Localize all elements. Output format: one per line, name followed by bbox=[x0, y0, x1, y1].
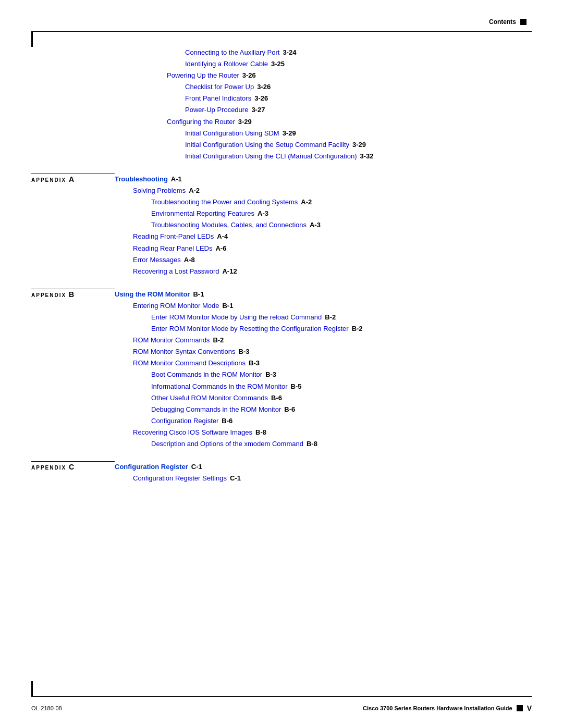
toc-entry: Configuration Register Settings C-1 bbox=[115, 473, 532, 484]
toc-link[interactable]: Recovering a Lost Password bbox=[133, 266, 219, 277]
toc-link[interactable]: Connecting to the Auxiliary Port bbox=[185, 47, 279, 58]
toc-entry: Checklist for Power Up 3-26 bbox=[31, 81, 532, 93]
toc-entry: ROM Monitor Commands B-2 bbox=[115, 335, 532, 346]
toc-link[interactable]: Identifying a Rollover Cable bbox=[185, 58, 268, 70]
toc-page: 3-26 bbox=[254, 93, 268, 104]
toc-page: A-2 bbox=[189, 185, 200, 196]
toc-link[interactable]: Powering Up the Router bbox=[167, 70, 239, 81]
bottom-border bbox=[31, 696, 532, 697]
toc-entry: Debugging Commands in the ROM Monitor B-… bbox=[115, 404, 532, 415]
appendix-a-title: Troubleshooting A-1 bbox=[115, 174, 532, 185]
toc-link[interactable]: Initial Configuration Using the CLI (Man… bbox=[185, 151, 357, 162]
toc-link[interactable]: Checklist for Power Up bbox=[185, 81, 254, 93]
toc-link[interactable]: Configuration Register bbox=[151, 415, 218, 427]
toc-link[interactable]: Debugging Commands in the ROM Monitor bbox=[151, 404, 281, 415]
toc-page: A-12 bbox=[222, 266, 237, 277]
toc-link[interactable]: ROM Monitor Commands bbox=[133, 335, 210, 346]
toc-link[interactable]: Reading Front-Panel LEDs bbox=[133, 231, 214, 242]
toc-link[interactable]: Enter ROM Monitor Mode by Resetting the … bbox=[151, 323, 349, 335]
toc-link[interactable]: Enter ROM Monitor Mode by Using the relo… bbox=[151, 312, 322, 323]
footer-doc-number: OL-2180-08 bbox=[31, 705, 62, 711]
toc-link[interactable]: Troubleshooting the Power and Cooling Sy… bbox=[151, 196, 298, 208]
toc-link[interactable]: Informational Commands in the ROM Monito… bbox=[151, 381, 288, 392]
toc-entry: Boot Commands in the ROM Monitor B-3 bbox=[115, 369, 532, 380]
toc-entry: Configuration Register B-6 bbox=[115, 415, 532, 427]
toc-page: 3-24 bbox=[283, 47, 296, 58]
appendix-a-title-link[interactable]: Troubleshooting bbox=[115, 174, 168, 185]
appendix-c-title-page: C-1 bbox=[191, 461, 202, 473]
toc-page: 3-29 bbox=[283, 128, 296, 139]
toc-link[interactable]: Initial Configuration Using the Setup Co… bbox=[185, 139, 349, 151]
toc-page: B-6 bbox=[222, 415, 232, 427]
appendix-a-title-page: A-1 bbox=[171, 174, 182, 185]
header-label: Contents bbox=[489, 18, 516, 26]
toc-entry: Identifying a Rollover Cable 3-25 bbox=[31, 58, 532, 70]
toc-entry: ROM Monitor Command Descriptions B-3 bbox=[115, 357, 532, 369]
appendix-b-left: APPENDIX B bbox=[31, 289, 115, 299]
toc-entry: Informational Commands in the ROM Monito… bbox=[115, 381, 532, 392]
toc-link[interactable]: Recovering Cisco IOS Software Images bbox=[133, 427, 252, 438]
appendix-b-block: APPENDIX B Using the ROM Monitor B-1 Ent… bbox=[31, 289, 532, 450]
toc-entry: Recovering Cisco IOS Software Images B-8 bbox=[115, 427, 532, 438]
toc-link[interactable]: Configuring the Router bbox=[167, 116, 235, 128]
toc-link[interactable]: Power-Up Procedure bbox=[185, 104, 248, 116]
appendix-c-label: APPENDIX C bbox=[31, 463, 75, 471]
toc-page: B-6 bbox=[284, 404, 295, 415]
footer-guide-title-text: Cisco 3700 Series Routers Hardware Insta… bbox=[363, 705, 512, 711]
toc-page: B-1 bbox=[222, 300, 233, 312]
appendix-a-block: APPENDIX A Troubleshooting A-1 Solving P… bbox=[31, 174, 532, 277]
toc-link[interactable]: Entering ROM Monitor Mode bbox=[133, 300, 219, 312]
toc-entry: Entering ROM Monitor Mode B-1 bbox=[115, 300, 532, 312]
toc-link[interactable]: Configuration Register Settings bbox=[133, 473, 227, 484]
appendix-c-left: APPENDIX C bbox=[31, 461, 115, 471]
toc-page: 3-29 bbox=[352, 139, 366, 151]
appendix-separator bbox=[31, 461, 115, 462]
footer-square bbox=[517, 705, 523, 711]
toc-link[interactable]: Other Useful ROM Monitor Commands bbox=[151, 392, 268, 404]
toc-entry: Initial Configuration Using SDM 3-29 bbox=[31, 128, 532, 139]
toc-link[interactable]: Initial Configuration Using SDM bbox=[185, 128, 279, 139]
toc-entry: Error Messages A-8 bbox=[115, 254, 532, 266]
toc-link[interactable]: Troubleshooting Modules, Cables, and Con… bbox=[151, 219, 307, 231]
toc-page: 3-32 bbox=[360, 151, 374, 162]
toc-entry: Troubleshooting the Power and Cooling Sy… bbox=[115, 196, 532, 208]
toc-entry: Front Panel Indicators 3-26 bbox=[31, 93, 532, 104]
toc-page: B-3 bbox=[239, 346, 250, 357]
toc-link[interactable]: Error Messages bbox=[133, 254, 181, 266]
toc-page: 3-25 bbox=[271, 58, 285, 70]
toc-entry: ROM Monitor Syntax Conventions B-3 bbox=[115, 346, 532, 357]
toc-link[interactable]: Boot Commands in the ROM Monitor bbox=[151, 369, 262, 380]
toc-page: B-3 bbox=[249, 357, 260, 369]
toc-link[interactable]: Reading Rear Panel LEDs bbox=[133, 243, 212, 254]
appendix-a-left: APPENDIX A bbox=[31, 174, 115, 183]
toc-entry: Power-Up Procedure 3-27 bbox=[31, 104, 532, 116]
appendix-b-title-link[interactable]: Using the ROM Monitor bbox=[115, 289, 190, 300]
toc-page: A-4 bbox=[217, 231, 228, 242]
appendix-b-title: Using the ROM Monitor B-1 bbox=[115, 289, 532, 300]
toc-entry: Recovering a Lost Password A-12 bbox=[115, 266, 532, 277]
toc-link[interactable]: Description and Options of the xmodem Co… bbox=[151, 438, 303, 450]
toc-page: B-8 bbox=[255, 427, 266, 438]
toc-entry: Environmental Reporting Features A-3 bbox=[115, 208, 532, 219]
toc-entry: Troubleshooting Modules, Cables, and Con… bbox=[115, 219, 532, 231]
toc-entry: Initial Configuration Using the CLI (Man… bbox=[31, 151, 532, 162]
toc-entry: Other Useful ROM Monitor Commands B-6 bbox=[115, 392, 532, 404]
appendix-c-title-link[interactable]: Configuration Register bbox=[115, 461, 188, 473]
toc-link[interactable]: Environmental Reporting Features bbox=[151, 208, 254, 219]
appendix-c-right: Configuration Register C-1 Configuration… bbox=[115, 461, 532, 484]
toc-link[interactable]: ROM Monitor Syntax Conventions bbox=[133, 346, 236, 357]
footer-page-number: V bbox=[527, 704, 532, 712]
top-border bbox=[31, 31, 532, 32]
toc-page: A-2 bbox=[301, 196, 312, 208]
appendix-separator bbox=[31, 174, 115, 174]
page-header: Contents bbox=[489, 18, 527, 26]
left-bar-top bbox=[31, 31, 33, 47]
toc-entry: Reading Rear Panel LEDs A-6 bbox=[115, 243, 532, 254]
toc-entry: Description and Options of the xmodem Co… bbox=[115, 438, 532, 450]
toc-page: B-8 bbox=[307, 438, 317, 450]
toc-link[interactable]: Solving Problems bbox=[133, 185, 186, 196]
toc-link[interactable]: Front Panel Indicators bbox=[185, 93, 251, 104]
toc-link[interactable]: ROM Monitor Command Descriptions bbox=[133, 357, 246, 369]
left-bar-bottom bbox=[31, 681, 33, 697]
toc-page: B-2 bbox=[325, 312, 336, 323]
